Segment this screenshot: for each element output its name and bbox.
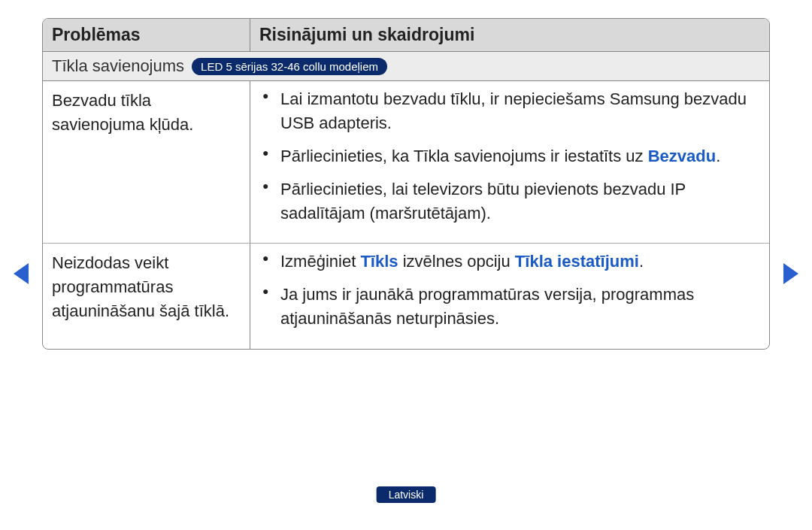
list-item: Izmēģiniet Tīkls izvēlnes opciju Tīkla i… xyxy=(280,250,760,274)
list-item: Pārliecinieties, lai televizors būtu pie… xyxy=(280,177,760,226)
language-badge: Latviski xyxy=(377,486,436,503)
header-problems: Problēmas xyxy=(43,19,250,51)
model-badge: LED 5 sērijas 32-46 collu modeļiem xyxy=(192,58,387,75)
list-item: Lai izmantotu bezvadu tīklu, ir nepiecie… xyxy=(280,87,760,135)
problem-cell: Neizdodas veikt programmatūras atjauninā… xyxy=(43,244,250,349)
section-row: Tīkla savienojums LED 5 sērijas 32-46 co… xyxy=(43,52,769,81)
section-title: Tīkla savienojums xyxy=(52,56,184,76)
next-page-arrow[interactable] xyxy=(783,263,798,284)
troubleshooting-table: Problēmas Risinājumi un skaidrojumi Tīkl… xyxy=(42,18,770,350)
list-item: Ja jums ir jaunākā programmatūras versij… xyxy=(280,283,760,331)
list-item: Pārliecinieties, ka Tīkla savienojums ir… xyxy=(280,144,760,168)
table-row: Neizdodas veikt programmatūras atjauninā… xyxy=(43,244,769,349)
problem-cell: Bezvadu tīkla savienojuma kļūda. xyxy=(43,81,250,243)
header-solutions: Risinājumi un skaidrojumi xyxy=(250,19,769,51)
table-header-row: Problēmas Risinājumi un skaidrojumi xyxy=(43,19,769,52)
solutions-cell: Izmēģiniet Tīkls izvēlnes opciju Tīkla i… xyxy=(250,244,769,349)
table-row: Bezvadu tīkla savienojuma kļūda. Lai izm… xyxy=(43,81,769,244)
solutions-cell: Lai izmantotu bezvadu tīklu, ir nepiecie… xyxy=(250,81,769,243)
prev-page-arrow[interactable] xyxy=(14,263,29,284)
